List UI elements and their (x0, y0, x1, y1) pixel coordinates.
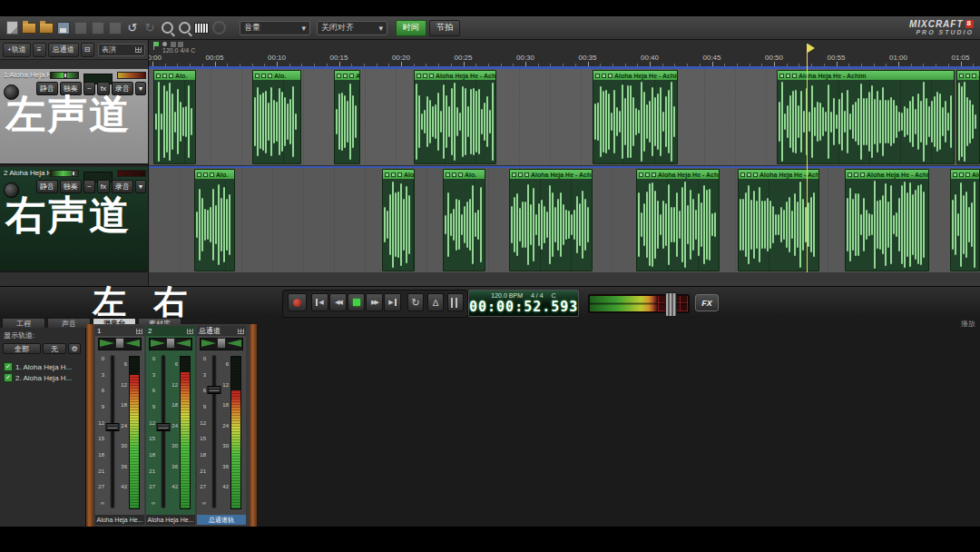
strip-name[interactable]: 总通道轨 (197, 515, 246, 525)
audio-clip[interactable]: Aloha Heja He - Achim (414, 70, 496, 164)
master-volume-handle[interactable] (665, 292, 677, 317)
track-list-item[interactable]: ✓2. Aloha Heja H... (0, 372, 85, 383)
audio-clip[interactable]: Aloha (950, 169, 980, 271)
save-icon[interactable] (56, 21, 71, 34)
master-volume-meter[interactable] (588, 294, 690, 313)
audio-clip[interactable]: Alo. (194, 169, 235, 271)
pan-slider[interactable] (98, 338, 142, 350)
audio-clip[interactable]: Alo. (252, 70, 301, 164)
clip-header[interactable]: Alo. (383, 170, 414, 179)
checkbox-checked-icon[interactable]: ✓ (4, 362, 13, 371)
clip-header[interactable]: Aloha Heja He - Achim (637, 170, 719, 179)
strip-name[interactable]: Aloha Heja He... (95, 515, 144, 525)
track-volume-slider[interactable] (50, 72, 79, 79)
clip-header[interactable]: Alo (335, 71, 359, 80)
pan-slider[interactable] (200, 338, 243, 350)
play-stop-button[interactable] (348, 293, 365, 311)
lcd-display[interactable]: 120.0 BPM 4 / 4 C 00:00:52.593 (468, 290, 579, 317)
undo-icon[interactable]: ↺ (125, 21, 140, 34)
open-project-icon[interactable] (22, 21, 36, 34)
pan-knob[interactable] (115, 338, 124, 349)
fader-handle[interactable] (207, 386, 220, 394)
clip-header[interactable]: Alo. (253, 71, 300, 80)
audio-clip[interactable]: Alo. (443, 169, 485, 271)
arm-record-button[interactable]: 录音 (112, 180, 133, 193)
strip-name[interactable]: Aloha Heja He... (146, 515, 195, 525)
clip-header[interactable]: Alo. (444, 170, 485, 179)
add-track-button[interactable]: +轨道 (3, 43, 31, 57)
audio-clip[interactable]: Alo (334, 70, 360, 164)
track-list-icon[interactable]: ≡ (33, 43, 46, 57)
chevron-down-icon[interactable]: ▾ (135, 82, 146, 95)
tab-工程[interactable]: 工程 (2, 318, 45, 328)
volume-automation-dropdown[interactable]: 音量▾ (240, 21, 310, 35)
audio-clip[interactable]: Aloha Heja He - Achim (636, 169, 720, 271)
collapse-icon[interactable]: ⊟ (81, 43, 94, 57)
audio-clip[interactable]: Alo. (153, 70, 196, 164)
fader-handle[interactable] (105, 423, 119, 431)
pan-knob[interactable] (166, 338, 175, 349)
select-none-button[interactable]: 无 (43, 343, 66, 354)
timeline-area[interactable]: 120.0 4/4 C 00:0000:0500:1000:1500:2000:… (148, 40, 980, 286)
fx-button[interactable]: fx (97, 180, 110, 193)
track-lane-2[interactable]: Alo.Alo.Alo.Aloha Heja He - AchimAloha H… (149, 166, 980, 272)
zoom-out-icon[interactable] (177, 21, 191, 34)
audio-clip[interactable]: Aloha Heja He - Achim (845, 169, 929, 271)
select-all-button[interactable]: 全部 (3, 343, 41, 354)
beat-mode-button[interactable]: 节拍 (429, 20, 460, 36)
mixer-strip-1[interactable]: 103691215182127∞6121824303642Aloha Heja … (95, 326, 144, 525)
time-mode-button[interactable]: 时间 (396, 20, 426, 36)
audio-clip[interactable]: Al (956, 70, 980, 164)
track-lane-1[interactable]: Alo.Alo.AloAloha Heja He - AchimAloha He… (149, 69, 980, 165)
clip-header[interactable]: Al (957, 71, 979, 80)
track-name[interactable]: 2 Aloha Heja He -... (4, 169, 56, 177)
playhead[interactable] (807, 44, 808, 272)
chevron-down-icon[interactable]: ▾ (135, 180, 146, 193)
clip-header[interactable]: Alo. (154, 71, 195, 80)
import-project-icon[interactable] (39, 21, 54, 34)
mixer-strip-2[interactable]: 203691215182127∞6121824303642Aloha Heja … (146, 326, 195, 525)
grid-icon[interactable] (136, 329, 142, 334)
zoom-in-icon[interactable] (160, 21, 174, 34)
pan-slider[interactable] (149, 338, 192, 350)
loop-button[interactable]: ↻ (407, 293, 424, 311)
tab-声音[interactable]: 声音 (47, 318, 91, 328)
clip-header[interactable]: Aloha (951, 170, 979, 179)
clip-header[interactable]: Alo. (195, 170, 234, 179)
clip-header[interactable]: Aloha Heja He - Achim (415, 71, 495, 80)
audio-clip[interactable]: Aloha Heja He - Achim (777, 70, 955, 164)
mixer-strip-3[interactable]: 总通道03691215182127∞6121824303642总通道轨 (197, 326, 246, 525)
go-to-end-button[interactable]: ▶ (384, 293, 401, 311)
mute-button[interactable]: 静音 (36, 180, 58, 193)
corner-label[interactable]: 播放 (961, 319, 975, 329)
track-volume-slider[interactable] (50, 170, 79, 177)
automation-icon[interactable]: ~ (83, 180, 95, 193)
gear-icon[interactable]: ⚙ (68, 343, 81, 354)
snap-dropdown[interactable]: 关闭对齐▾ (317, 21, 387, 35)
track-name[interactable]: 1 Aloha Heja He -... (4, 71, 56, 79)
fast-forward-button[interactable]: ▶▶ (366, 293, 383, 311)
solo-button[interactable]: 独奏 (60, 180, 82, 193)
clip-header[interactable]: Aloha Heja He - Achim (510, 170, 592, 179)
master-fx-button[interactable]: FX (695, 294, 719, 311)
rewind-button[interactable]: ◀◀ (329, 293, 347, 311)
grid-icon[interactable] (238, 329, 244, 334)
clip-header[interactable]: Aloha Heja He - Achim (778, 71, 954, 80)
record-button[interactable] (288, 293, 307, 311)
track-list-item[interactable]: ✓1. Aloha Heja H... (0, 361, 85, 372)
master-track-button[interactable]: 总通道 (48, 43, 79, 57)
pan-knob[interactable] (217, 338, 226, 349)
grid-icon[interactable] (187, 329, 193, 334)
go-to-start-button[interactable]: ◀ (311, 293, 328, 311)
checkbox-checked-icon[interactable]: ✓ (4, 373, 13, 382)
clip-header[interactable]: Aloha Heja He - Achim (846, 170, 928, 179)
audio-clip[interactable]: Aloha Heja He - Achim (509, 169, 593, 271)
audio-clip[interactable]: Alo. (382, 169, 415, 271)
fader-handle[interactable] (156, 423, 170, 431)
audio-clip[interactable]: Aloha Heja He - Achim (593, 70, 678, 164)
time-ruler[interactable]: 00:0000:0500:1000:1500:2000:2500:3000:35… (149, 52, 980, 66)
new-file-icon[interactable] (5, 21, 19, 34)
clip-header[interactable]: Aloha Heja He - Achim (593, 71, 677, 80)
metronome-button[interactable]: ∆ (427, 293, 444, 311)
performance-panel-dropdown[interactable]: 表演 (98, 44, 145, 56)
